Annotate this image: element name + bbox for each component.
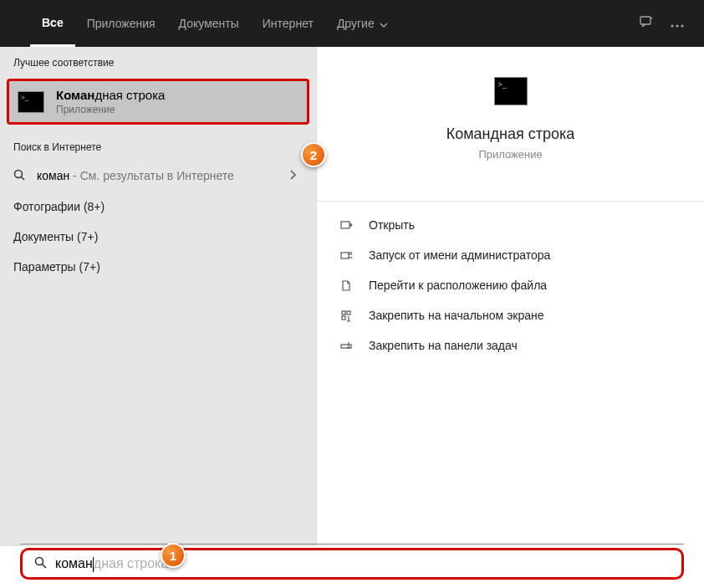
svg-rect-10: [347, 311, 350, 314]
action-pin-start[interactable]: Закрепить на начальном экране: [317, 300, 704, 330]
svg-point-13: [36, 558, 43, 565]
web-search-result[interactable]: коман - См. результаты в Интернете: [0, 160, 316, 192]
svg-point-4: [15, 170, 23, 177]
pin-start-icon: [339, 309, 354, 322]
svg-point-2: [676, 25, 679, 28]
svg-rect-0: [640, 17, 650, 24]
svg-rect-12: [341, 345, 351, 348]
search-icon: [13, 169, 25, 183]
feedback-icon[interactable]: [639, 14, 654, 33]
web-result-text: коман - См. результаты в Интернете: [37, 169, 234, 182]
svg-line-5: [22, 176, 25, 180]
annotation-badge-2: 2: [301, 142, 326, 167]
annotation-badge-1: 1: [161, 543, 186, 568]
chevron-right-icon: [289, 168, 303, 183]
search-divider: [20, 544, 684, 545]
chevron-down-icon: [380, 17, 388, 30]
action-pin-taskbar[interactable]: Закрепить на панели задач: [317, 330, 704, 360]
preview-app-icon: [494, 77, 528, 105]
action-open[interactable]: Открыть: [317, 210, 704, 240]
tab-more[interactable]: Другие: [325, 0, 400, 47]
admin-icon: [339, 249, 354, 262]
main-content: Лучшее соответствие Командная строка При…: [0, 47, 704, 546]
web-search-header: Поиск в Интернете: [0, 131, 316, 160]
pin-taskbar-icon: [339, 340, 354, 352]
svg-rect-11: [342, 316, 345, 320]
svg-rect-7: [341, 253, 349, 258]
actions-list: Открыть Запуск от имени администратора П…: [317, 201, 704, 360]
search-completion-text: дная строка: [94, 556, 169, 571]
svg-point-3: [681, 25, 684, 28]
best-match-title: Командная строка: [56, 88, 165, 102]
results-pane: Лучшее соответствие Командная строка При…: [0, 47, 316, 546]
tab-internet[interactable]: Интернет: [251, 0, 325, 47]
svg-rect-9: [342, 311, 345, 314]
preview-subtitle: Приложение: [478, 148, 542, 161]
action-run-as-admin[interactable]: Запуск от имени администратора: [317, 240, 704, 270]
best-match-header: Лучшее соответствие: [0, 47, 316, 75]
category-photos[interactable]: Фотографии (8+): [0, 192, 316, 222]
preview-title: Командная строка: [446, 125, 575, 143]
folder-icon: [339, 279, 354, 292]
cmd-icon: [18, 91, 44, 113]
svg-point-8: [349, 252, 351, 254]
best-match-item[interactable]: Командная строка Приложение: [7, 79, 309, 125]
preview-pane: Командная строка Приложение Открыть Запу…: [316, 47, 704, 546]
search-icon: [34, 556, 47, 571]
search-input[interactable]: командная строка: [20, 548, 684, 580]
category-settings[interactable]: Параметры (7+): [0, 252, 316, 282]
category-documents[interactable]: Документы (7+): [0, 222, 316, 252]
ellipsis-icon[interactable]: [671, 16, 684, 31]
action-open-location[interactable]: Перейти к расположению файла: [317, 270, 704, 300]
open-icon: [339, 219, 354, 232]
svg-line-14: [43, 565, 47, 569]
top-nav-bar: Все Приложения Документы Интернет Другие: [0, 0, 704, 47]
tab-all[interactable]: Все: [30, 0, 75, 47]
tab-apps[interactable]: Приложения: [75, 0, 167, 47]
search-typed-text: коман: [55, 556, 93, 571]
svg-rect-6: [341, 222, 349, 228]
best-match-subtitle: Приложение: [56, 104, 165, 115]
svg-point-1: [671, 25, 674, 28]
tab-documents[interactable]: Документы: [167, 0, 251, 47]
